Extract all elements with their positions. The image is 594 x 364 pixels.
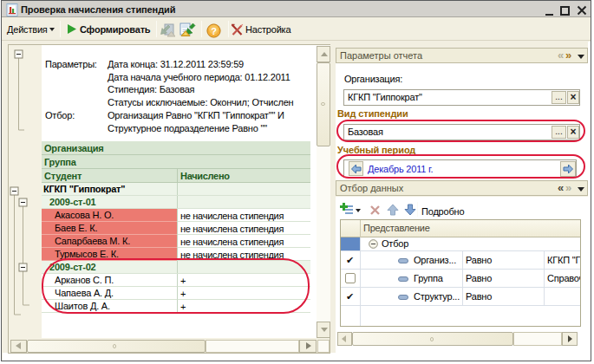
svg-text:?: ? xyxy=(211,26,217,36)
